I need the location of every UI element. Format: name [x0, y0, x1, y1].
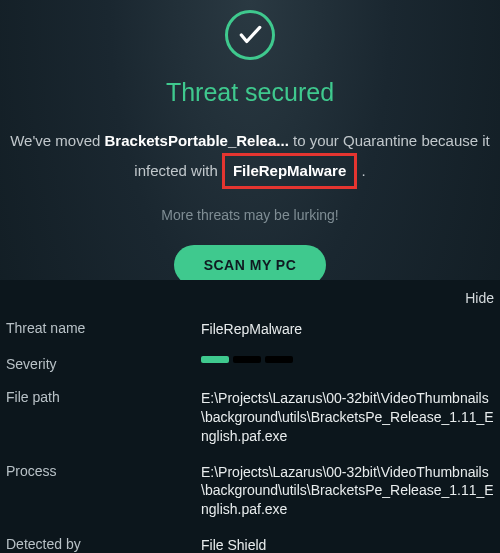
value-file-path: E:\Projects\Lazarus\00-32bit\VideoThumbn… — [201, 389, 494, 446]
message-period: . — [361, 162, 365, 179]
detail-row-severity: Severity — [6, 356, 494, 372]
value-threat-name: FileRepMalware — [201, 320, 494, 339]
value-process: E:\Projects\Lazarus\00-32bit\VideoThumbn… — [201, 463, 494, 520]
label-detected-by: Detected by — [6, 536, 201, 553]
threat-name-highlight: FileRepMalware — [222, 153, 357, 189]
label-severity: Severity — [6, 356, 201, 372]
severity-indicator — [201, 356, 494, 363]
alert-message: We've moved BracketsPortable_Relea... to… — [0, 129, 500, 189]
severity-bar-1 — [201, 356, 229, 363]
hide-details-link[interactable]: Hide — [465, 290, 494, 306]
detail-row-detected-by: Detected by File Shield — [6, 536, 494, 553]
label-process: Process — [6, 463, 201, 520]
details-panel: Hide Threat name FileRepMalware Severity… — [0, 280, 500, 553]
checkmark-icon — [225, 10, 275, 60]
label-file-path: File path — [6, 389, 201, 446]
value-severity — [201, 356, 494, 372]
severity-bar-2 — [233, 356, 261, 363]
detail-row-file-path: File path E:\Projects\Lazarus\00-32bit\V… — [6, 389, 494, 446]
detail-row-threat-name: Threat name FileRepMalware — [6, 320, 494, 339]
alert-header: Threat secured We've moved BracketsPorta… — [0, 0, 500, 285]
scan-pc-button[interactable]: SCAN MY PC — [174, 245, 327, 285]
message-prefix: We've moved — [10, 132, 104, 149]
message-middle: to your Quarantine because it — [293, 132, 490, 149]
details-list: Threat name FileRepMalware Severity File… — [0, 280, 500, 553]
alert-title: Threat secured — [0, 78, 500, 107]
message-infected-prefix: infected with — [134, 162, 222, 179]
alert-subtext: More threats may be lurking! — [0, 207, 500, 223]
label-threat-name: Threat name — [6, 320, 201, 339]
threat-filename: BracketsPortable_Relea... — [105, 132, 289, 149]
severity-bar-3 — [265, 356, 293, 363]
value-detected-by: File Shield — [201, 536, 494, 553]
detail-row-process: Process E:\Projects\Lazarus\00-32bit\Vid… — [6, 463, 494, 520]
